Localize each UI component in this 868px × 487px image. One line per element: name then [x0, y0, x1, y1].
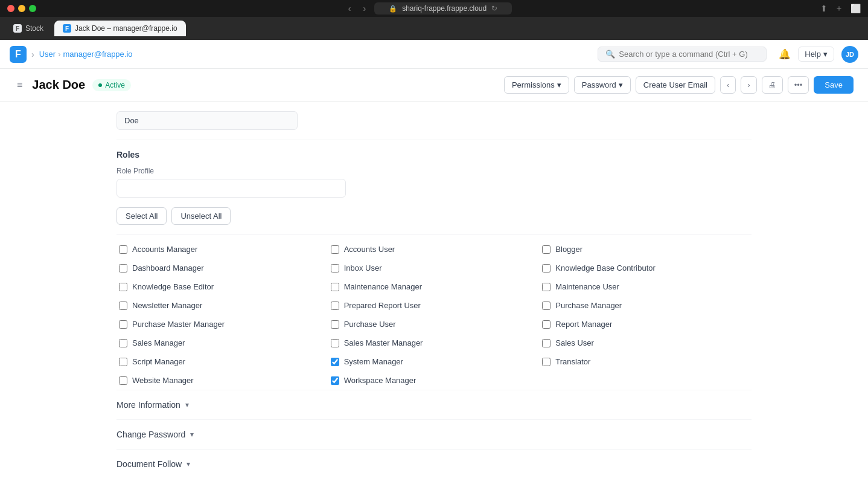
role-website-manager: Website Manager: [116, 371, 328, 390]
share-btn[interactable]: ⬆: [820, 4, 828, 13]
role-sales-master-manager-checkbox[interactable]: [331, 339, 339, 347]
notifications-btn[interactable]: 🔔: [779, 48, 791, 60]
change-password-label: Change Password: [116, 430, 185, 439]
role-sales-master-manager-label: Sales Master Manager: [344, 338, 423, 347]
save-btn[interactable]: Save: [814, 76, 854, 94]
role-dashboard-manager-label: Dashboard Manager: [132, 263, 204, 273]
more-information-label: More Information: [116, 400, 180, 410]
role-script-manager: Script Manager: [116, 352, 328, 371]
role-profile-input[interactable]: [116, 179, 346, 198]
role-sales-manager-checkbox[interactable]: [119, 339, 127, 347]
split-view-btn[interactable]: ⬜: [850, 4, 861, 13]
page-actions: Permissions ▾ Password ▾ Create User Ema…: [504, 76, 854, 94]
role-sales-user: Sales User: [540, 334, 752, 352]
role-purchase-master-manager-label: Purchase Master Manager: [132, 320, 225, 329]
print-btn[interactable]: 🖨: [762, 76, 783, 94]
prev-record-btn[interactable]: ‹: [720, 76, 736, 94]
select-all-btn[interactable]: Select All: [116, 207, 167, 225]
help-btn[interactable]: Help ▾: [798, 47, 834, 62]
role-knowledge-base-editor-label: Knowledge Base Editor: [132, 282, 214, 291]
tab-jack-label: Jack Doe – manager@frappe.io: [75, 24, 177, 33]
role-prepared-report-user-checkbox[interactable]: [331, 302, 339, 310]
tab-jack-doe[interactable]: F Jack Doe – manager@frappe.io: [54, 21, 186, 36]
role-report-manager-label: Report Manager: [555, 320, 612, 329]
role-profile-field: Role Profile: [116, 167, 752, 198]
os-topbar: ‹ › 🔒 shariq-frappe.frappe.cloud ↻ ⬆ ＋ ⬜: [0, 0, 868, 17]
change-password-chevron-icon: ▾: [190, 430, 194, 439]
role-maintenance-manager-checkbox[interactable]: [331, 283, 339, 291]
new-tab-btn[interactable]: ＋: [835, 3, 843, 14]
role-inbox-user-label: Inbox User: [344, 263, 382, 273]
page-scroll-container[interactable]: Doe Roles Role Profile Select All Unsele…: [0, 102, 868, 487]
unselect-all-btn[interactable]: Unselect All: [171, 207, 231, 225]
role-maintenance-manager-label: Maintenance Manager: [344, 282, 422, 291]
create-user-email-btn[interactable]: Create User Email: [636, 76, 715, 94]
role-sales-user-label: Sales User: [555, 338, 594, 347]
os-nav-forward[interactable]: ›: [359, 2, 369, 15]
role-purchase-manager-checkbox[interactable]: [542, 302, 550, 310]
os-close-dot[interactable]: [7, 5, 14, 12]
breadcrumb-user[interactable]: User: [39, 50, 56, 59]
role-accounts-user-checkbox[interactable]: [331, 245, 339, 254]
more-information-section[interactable]: More Information ▾: [116, 390, 752, 419]
role-script-manager-checkbox[interactable]: [119, 358, 127, 366]
os-maximize-dot[interactable]: [29, 5, 36, 12]
role-accounts-manager-checkbox[interactable]: [119, 245, 127, 254]
document-follow-label: Document Follow: [116, 459, 182, 469]
role-report-manager: Report Manager: [540, 315, 752, 334]
document-follow-chevron-icon: ▾: [187, 460, 190, 468]
role-sales-manager-label: Sales Manager: [132, 338, 185, 347]
role-purchase-user-checkbox[interactable]: [331, 320, 339, 329]
password-label: Password: [582, 80, 616, 89]
password-btn[interactable]: Password ▾: [574, 76, 631, 94]
more-btn[interactable]: •••: [788, 76, 809, 94]
role-blogger: Blogger: [540, 240, 752, 259]
next-record-btn[interactable]: ›: [741, 76, 756, 94]
role-sales-user-checkbox[interactable]: [542, 339, 550, 347]
role-workspace-manager-checkbox[interactable]: [331, 376, 339, 385]
role-knowledge-base-editor-checkbox[interactable]: [119, 283, 127, 291]
role-purchase-user-label: Purchase User: [344, 320, 396, 329]
os-minimize-dot[interactable]: [18, 5, 25, 12]
role-knowledge-base-contributor-checkbox[interactable]: [542, 264, 550, 273]
role-system-manager: System Manager: [328, 352, 540, 371]
role-inbox-user: Inbox User: [328, 259, 540, 277]
select-buttons: Select All Unselect All: [116, 207, 752, 225]
app-header: F › User › manager@frappe.io 🔍 🔔 Help ▾ …: [0, 40, 868, 69]
role-newsletter-manager-checkbox[interactable]: [119, 302, 127, 310]
menu-icon[interactable]: ≡: [14, 77, 25, 93]
app-logo: F: [10, 46, 27, 63]
os-nav-back[interactable]: ‹: [345, 2, 355, 15]
role-newsletter-manager: Newsletter Manager: [116, 296, 328, 315]
change-password-section[interactable]: Change Password ▾: [116, 419, 752, 449]
create-user-email-label: Create User Email: [643, 80, 707, 89]
role-accounts-manager-label: Accounts Manager: [132, 245, 197, 254]
last-name-input[interactable]: Doe: [116, 111, 298, 130]
document-follow-section[interactable]: Document Follow ▾: [116, 449, 752, 479]
role-purchase-master-manager-checkbox[interactable]: [119, 320, 127, 329]
role-maintenance-user-checkbox[interactable]: [542, 283, 550, 291]
role-purchase-manager-label: Purchase Manager: [555, 301, 622, 310]
header-search[interactable]: 🔍: [598, 47, 767, 62]
roles-section: Roles Role Profile Select All Unselect A…: [116, 140, 752, 390]
role-report-manager-checkbox[interactable]: [542, 320, 550, 329]
tab-stock[interactable]: F Stock: [5, 21, 52, 36]
role-blogger-checkbox[interactable]: [542, 245, 550, 254]
role-newsletter-manager-label: Newsletter Manager: [132, 301, 202, 310]
role-translator-checkbox[interactable]: [542, 358, 550, 366]
tab-stock-label: Stock: [25, 24, 43, 33]
header-right: 🔔 Help ▾ JD: [779, 46, 858, 63]
role-website-manager-checkbox[interactable]: [119, 376, 127, 385]
search-input[interactable]: [619, 50, 759, 59]
roles-col-2: Blogger Knowledge Base Contributor Maint…: [540, 240, 752, 390]
role-dashboard-manager-checkbox[interactable]: [119, 264, 127, 273]
role-profile-label: Role Profile: [116, 167, 752, 175]
breadcrumb-email[interactable]: manager@frappe.io: [63, 50, 132, 59]
permissions-btn[interactable]: Permissions ▾: [504, 76, 569, 94]
role-maintenance-user: Maintenance User: [540, 277, 752, 296]
role-translator: Translator: [540, 352, 752, 371]
role-knowledge-base-contributor-label: Knowledge Base Contributor: [555, 263, 656, 273]
role-inbox-user-checkbox[interactable]: [331, 264, 339, 273]
role-system-manager-checkbox[interactable]: [331, 358, 339, 366]
reload-btn[interactable]: ↻: [491, 4, 497, 13]
